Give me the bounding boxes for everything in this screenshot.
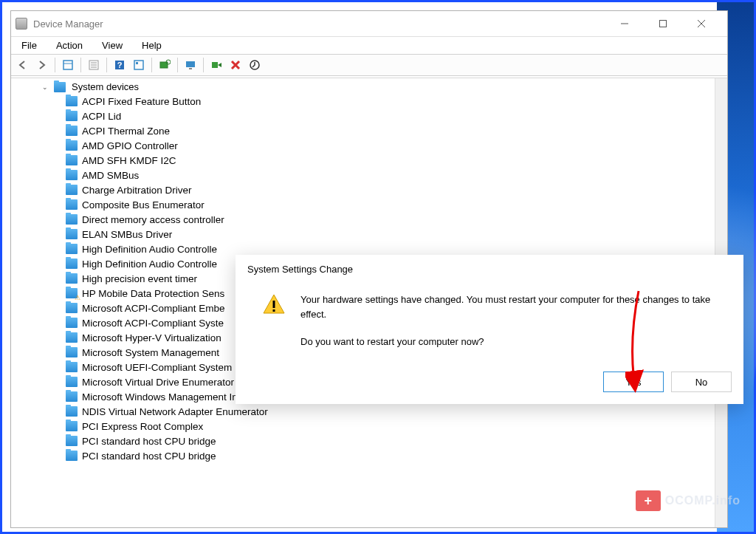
yes-button[interactable]: Yes (603, 372, 664, 392)
tree-item-label: High Definition Audio Controlle (82, 244, 217, 255)
tree-item[interactable]: ELAN SMBus Driver (66, 227, 727, 242)
tree-item[interactable]: Direct memory access controller (66, 212, 727, 227)
close-button[interactable] (690, 15, 712, 32)
tree-item[interactable]: Charge Arbitration Driver (66, 182, 727, 197)
scan-hardware-icon[interactable] (156, 56, 173, 74)
tree-item-label: High Definition Audio Controlle (82, 259, 217, 270)
tree-item-label: AMD SFH KMDF I2C (82, 155, 176, 166)
device-icon (66, 273, 78, 284)
svg-rect-13 (136, 62, 138, 64)
maximize-button[interactable] (652, 15, 674, 32)
device-warning-icon (66, 288, 78, 298)
svg-rect-21 (273, 309, 275, 312)
dialog-question: Do you want to restart your computer now… (300, 335, 726, 349)
tree-item-label: PCI standard host CPU bridge (82, 436, 216, 447)
tree-item-label: Microsoft Hyper-V Virtualization (82, 332, 221, 343)
device-icon (66, 185, 78, 195)
update-driver-icon[interactable] (246, 56, 264, 74)
menubar: File Action View Help (11, 36, 727, 54)
device-icon (66, 377, 78, 387)
tree-item-label: PCI Express Root Complex (82, 421, 203, 432)
dialog-message: Your hardware settings have changed. You… (300, 292, 726, 321)
delete-icon[interactable] (227, 56, 244, 74)
device-icon (66, 229, 78, 239)
device-icon (66, 259, 78, 269)
watermark-badge-icon: + (636, 490, 661, 511)
tree-root-label: System devices (72, 81, 139, 92)
tree-item-label: AMD GPIO Controller (82, 140, 178, 151)
device-icon (66, 406, 78, 417)
tree-item-label: NDIS Virtual Network Adapter Enumerator (82, 406, 268, 417)
menu-help[interactable]: Help (137, 38, 166, 52)
device-icon (66, 347, 78, 357)
svg-rect-16 (186, 61, 195, 67)
help-icon[interactable]: ? (111, 56, 128, 74)
tree-item[interactable]: AMD SMBus (66, 168, 727, 182)
tree-item-label: Microsoft System Management (82, 347, 219, 358)
tree-item-label: Microsoft UEFI-Compliant System (82, 362, 232, 373)
enable-device-icon[interactable] (207, 56, 225, 74)
device-icon (66, 436, 78, 446)
device-icon (66, 111, 78, 121)
device-icon (66, 332, 78, 343)
tree-item[interactable]: Composite Bus Enumerator (66, 197, 727, 212)
tree-item[interactable]: NDIS Virtual Network Adapter Enumerator (66, 404, 727, 419)
tree-item[interactable]: ACPI Lid (66, 109, 727, 123)
tree-item-label: Microsoft Virtual Drive Enumerator (82, 377, 234, 388)
device-icon (66, 244, 78, 254)
properties-icon[interactable] (85, 56, 103, 74)
tree-item[interactable]: High Definition Audio Controlle (66, 242, 727, 256)
tree-item-label: Charge Arbitration Driver (82, 185, 192, 196)
menu-view[interactable]: View (97, 38, 127, 52)
tree-item-label: High precision event timer (82, 273, 197, 284)
tree-item[interactable]: PCI Express Root Complex (66, 419, 727, 434)
tree-item[interactable]: AMD SFH KMDF I2C (66, 153, 727, 168)
toolbar: ? (11, 54, 727, 76)
tree-item-label: Composite Bus Enumerator (82, 199, 205, 210)
device-icon (66, 362, 78, 372)
refresh-icon[interactable] (130, 56, 148, 74)
watermark-text: OCOMP.info (665, 494, 740, 507)
tree-item[interactable]: PCI standard host CPU bridge (66, 448, 727, 463)
tree-item-label: ACPI Lid (82, 111, 121, 122)
tree-item-label: ACPI Thermal Zone (82, 126, 170, 137)
monitor-icon[interactable] (182, 56, 199, 74)
tree-item-label: ELAN SMBus Driver (82, 229, 172, 240)
tree-root-system-devices[interactable]: ⌄ System devices (27, 80, 727, 94)
tree-item[interactable]: ACPI Thermal Zone (66, 123, 727, 138)
device-icon (66, 318, 78, 328)
tree-item-label: Microsoft ACPI-Compliant Syste (82, 318, 224, 329)
svg-rect-4 (63, 61, 72, 69)
tree-item[interactable]: ACPI Fixed Feature Button (66, 94, 727, 109)
menu-action[interactable]: Action (52, 38, 87, 52)
titlebar: Device Manager (11, 11, 727, 36)
device-icon (66, 391, 78, 402)
svg-rect-20 (273, 301, 275, 308)
warning-icon (262, 292, 286, 316)
tree-item[interactable]: AMD GPIO Controller (66, 138, 727, 153)
device-icon (66, 199, 78, 210)
device-icon (66, 451, 78, 461)
app-icon (16, 18, 27, 30)
menu-file[interactable]: File (17, 38, 41, 52)
device-icon (66, 170, 78, 180)
folder-icon (54, 82, 66, 92)
svg-rect-12 (134, 61, 143, 69)
show-hide-console-icon[interactable] (59, 56, 77, 74)
svg-rect-18 (212, 62, 218, 68)
svg-rect-1 (660, 21, 667, 27)
minimize-button[interactable] (614, 15, 636, 32)
device-icon (66, 214, 78, 225)
tree-item[interactable]: PCI standard host CPU bridge (66, 434, 727, 448)
device-icon (66, 140, 78, 151)
device-icon (66, 96, 78, 106)
tree-item-label: AMD SMBus (82, 170, 139, 181)
device-icon (66, 155, 78, 165)
forward-arrow-icon[interactable] (33, 56, 51, 74)
window-title: Device Manager (33, 18, 614, 30)
device-icon (66, 303, 78, 313)
chevron-down-icon[interactable]: ⌄ (41, 83, 49, 92)
no-button[interactable]: No (671, 372, 732, 392)
tree-item-label: HP Mobile Data Protection Sens (82, 288, 224, 299)
back-arrow-icon[interactable] (14, 56, 32, 74)
